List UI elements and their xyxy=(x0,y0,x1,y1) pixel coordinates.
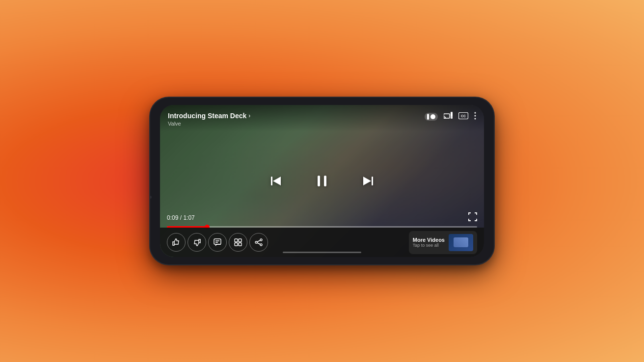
cast-button[interactable] xyxy=(444,112,453,122)
svg-point-20 xyxy=(260,239,262,241)
video-title-text: Introducing Steam Deck xyxy=(168,112,246,120)
more-options-button[interactable] xyxy=(474,112,476,122)
svg-text:CC: CC xyxy=(461,114,466,118)
side-dot xyxy=(150,196,152,199)
svg-point-4 xyxy=(475,112,476,114)
more-videos-text: More Videos Tap to see all xyxy=(413,237,445,248)
svg-marker-8 xyxy=(273,177,281,185)
more-videos-sublabel: Tap to see all xyxy=(413,243,445,248)
svg-rect-17 xyxy=(239,239,242,242)
more-videos-thumbnail xyxy=(449,234,473,251)
phone-wrapper: Introducing Steam Deck › Valve xyxy=(145,93,499,269)
phone-body: Introducing Steam Deck › Valve xyxy=(150,98,494,264)
phone-screen: Introducing Steam Deck › Valve xyxy=(160,105,484,257)
top-bar: Introducing Steam Deck › Valve xyxy=(160,105,484,131)
time-row: 0:09 / 1:07 xyxy=(167,212,477,223)
svg-rect-16 xyxy=(235,239,238,242)
svg-rect-0 xyxy=(444,114,450,118)
pip-icon-dot xyxy=(430,114,435,119)
title-section: Introducing Steam Deck › Valve xyxy=(168,112,250,127)
svg-line-23 xyxy=(257,240,260,242)
svg-rect-7 xyxy=(271,177,272,185)
time-display: 0:09 / 1:07 xyxy=(167,214,195,221)
top-controls: CC xyxy=(425,112,476,122)
like-button[interactable] xyxy=(167,233,186,252)
fullscreen-button[interactable] xyxy=(468,212,477,223)
share-button[interactable] xyxy=(249,233,268,252)
svg-rect-19 xyxy=(239,243,242,246)
progress-area: 0:09 / 1:07 xyxy=(160,212,484,228)
svg-rect-10 xyxy=(324,176,326,186)
svg-point-21 xyxy=(255,241,257,243)
title-chevron-icon: › xyxy=(248,112,250,119)
scroll-indicator xyxy=(283,252,361,253)
svg-rect-13 xyxy=(214,239,221,244)
svg-point-22 xyxy=(260,244,262,246)
comment-button[interactable] xyxy=(208,233,227,252)
chapters-button[interactable] xyxy=(229,233,247,252)
more-videos-label: More Videos xyxy=(413,237,445,243)
action-buttons xyxy=(167,233,409,252)
svg-rect-1 xyxy=(451,112,453,119)
more-videos-panel[interactable]: More Videos Tap to see all xyxy=(409,231,477,254)
current-time: 0:09 xyxy=(167,214,178,221)
svg-line-24 xyxy=(257,243,260,244)
svg-point-6 xyxy=(475,118,476,120)
next-button[interactable] xyxy=(357,170,379,192)
pip-toggle-button[interactable] xyxy=(425,113,438,121)
svg-rect-11 xyxy=(372,177,373,185)
cc-button[interactable]: CC xyxy=(458,112,468,121)
pip-icon-bar1 xyxy=(427,114,429,120)
center-controls xyxy=(265,170,379,192)
svg-rect-18 xyxy=(235,243,238,246)
play-pause-button[interactable] xyxy=(311,170,333,192)
previous-button[interactable] xyxy=(265,170,287,192)
video-title[interactable]: Introducing Steam Deck › xyxy=(168,112,250,120)
dislike-button[interactable] xyxy=(188,233,206,252)
total-time: 1:07 xyxy=(183,214,194,221)
svg-point-5 xyxy=(475,115,476,117)
svg-marker-12 xyxy=(363,177,371,185)
video-channel: Valve xyxy=(168,121,250,127)
svg-rect-9 xyxy=(318,176,320,186)
